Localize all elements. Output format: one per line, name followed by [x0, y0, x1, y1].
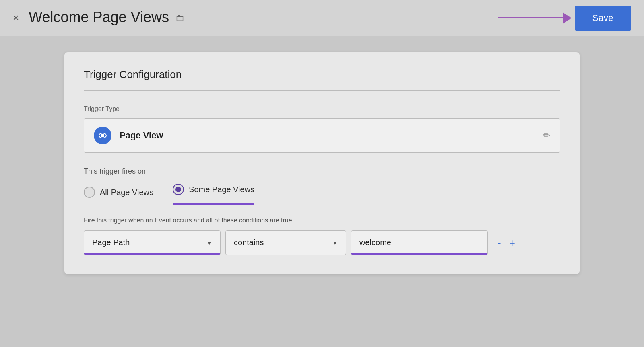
radio-all-label: All Page Views [100, 188, 153, 197]
trigger-type-label: Trigger Type [84, 105, 560, 113]
save-arrow [498, 12, 572, 24]
radio-some-outer [173, 184, 184, 195]
arrow-head [563, 12, 572, 24]
main-content: Trigger Configuration Trigger Type Page … [0, 36, 644, 290]
fires-on-label: This trigger fires on [84, 167, 560, 176]
fires-on-radio-group: All Page Views Some Page Views [84, 184, 560, 201]
condition-action-buttons: - + [497, 238, 515, 248]
trigger-config-card: Trigger Configuration Trigger Type Page … [64, 52, 580, 274]
value-field[interactable]: welcome [351, 230, 488, 255]
operator-dropdown-arrow: ▼ [332, 240, 338, 246]
radio-some-page-views[interactable]: Some Page Views [173, 184, 254, 201]
variable-dropdown-underline [84, 253, 220, 255]
close-button[interactable]: × [13, 12, 19, 24]
radio-some-inner [175, 187, 181, 192]
header-actions: Save [498, 6, 631, 31]
conditions-label: Fire this trigger when an Event occurs a… [84, 217, 560, 224]
operator-value: contains [234, 238, 264, 247]
folder-icon[interactable]: 🗀 [175, 13, 184, 23]
radio-all-page-views[interactable]: All Page Views [84, 187, 153, 198]
edit-trigger-icon[interactable]: ✏ [543, 130, 550, 141]
operator-dropdown[interactable]: contains ▼ [225, 230, 346, 255]
trigger-type-box[interactable]: Page View ✏ [84, 118, 560, 153]
svg-point-1 [101, 134, 104, 137]
variable-dropdown-arrow: ▼ [206, 240, 212, 246]
eye-icon [98, 131, 107, 140]
arrow-line [498, 17, 563, 18]
trigger-type-name: Page View [120, 130, 163, 141]
variable-value: Page Path [92, 238, 130, 247]
card-title: Trigger Configuration [84, 68, 560, 81]
radio-some-label: Some Page Views [189, 185, 254, 194]
remove-condition-button[interactable]: - [497, 238, 501, 248]
page-view-icon-container [94, 127, 111, 144]
card-divider [84, 90, 560, 91]
condition-value: welcome [359, 238, 391, 247]
header: × Welcome Page Views 🗀 Save [0, 0, 644, 36]
page-title: Welcome Page Views [29, 9, 169, 27]
add-condition-button[interactable]: + [509, 238, 515, 248]
variable-dropdown[interactable]: Page Path ▼ [84, 230, 221, 255]
value-field-underline [351, 253, 487, 255]
conditions-row: Page Path ▼ contains ▼ welcome - + [84, 230, 560, 255]
save-button[interactable]: Save [575, 6, 631, 31]
some-page-views-underline [173, 203, 254, 205]
radio-all-outer [84, 187, 95, 198]
